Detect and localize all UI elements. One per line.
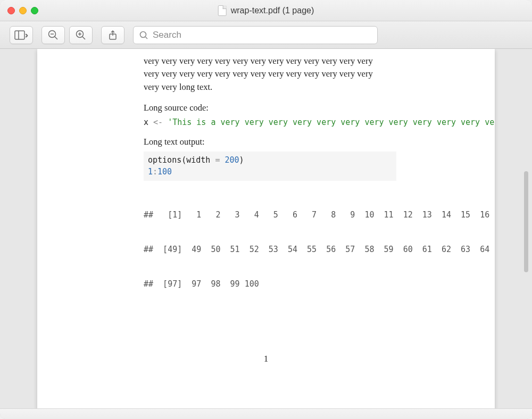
code-operator: : (153, 167, 157, 177)
svg-line-12 (146, 37, 148, 39)
code-var: x (144, 118, 153, 127)
output-row: ## [49] 49 50 51 52 53 54 55 56 57 58 59… (144, 244, 495, 256)
zoom-in-icon (75, 29, 87, 41)
pdf-page: very very very very very very very very … (37, 49, 495, 408)
svg-line-6 (82, 37, 85, 39)
window-titlebar: wrap-text.pdf (1 page) (0, 0, 532, 21)
console-output: ## [1] 1 2 3 4 5 6 7 8 9 10 11 12 13 14 … (144, 186, 495, 313)
toolbar (0, 21, 532, 49)
zoom-in-button[interactable] (69, 26, 93, 44)
share-icon (107, 29, 119, 41)
minimize-window-button[interactable] (19, 7, 27, 14)
body-text: very very long text. (144, 81, 495, 93)
output-row: ## [97] 97 98 99 100 (144, 279, 495, 290)
body-text: very very very very very very very very … (144, 55, 495, 67)
search-field[interactable] (133, 26, 378, 44)
window-controls (7, 7, 38, 14)
page-number: 1 (264, 354, 268, 364)
body-text: very very very very very very very very … (144, 68, 495, 80)
code-line: options(width = 200) (148, 155, 392, 166)
code-number: 100 (157, 167, 172, 177)
window-title: wrap-text.pdf (1 page) (218, 5, 314, 16)
maximize-window-button[interactable] (31, 7, 38, 14)
scrollbar-thumb[interactable] (524, 171, 528, 272)
code-operator: <- (153, 118, 163, 127)
svg-line-3 (55, 37, 57, 39)
scrollbar[interactable] (522, 49, 530, 408)
window-title-text: wrap-text.pdf (1 page) (231, 6, 314, 15)
document-icon (218, 5, 227, 16)
window-footer (0, 408, 532, 419)
code-block: options(width = 200) 1:100 (144, 152, 396, 181)
code-text: (width (181, 155, 215, 165)
code-number: 200 (220, 155, 239, 165)
output-row: ## [1] 1 2 3 4 5 6 7 8 9 10 11 12 13 14 … (144, 210, 495, 221)
sidebar-icon (14, 30, 28, 40)
code-string: 'This is a very very very very very very… (163, 118, 495, 127)
code-number: 1 (148, 167, 153, 177)
zoom-group (41, 26, 93, 44)
code-text: ) (239, 155, 244, 165)
sidebar-toggle-button[interactable] (10, 26, 33, 44)
search-icon (139, 30, 148, 40)
code-source-line: x <- 'This is a very very very very very… (144, 118, 495, 127)
code-line: 1:100 (148, 166, 392, 178)
search-input[interactable] (153, 30, 372, 40)
zoom-out-icon (47, 29, 59, 41)
svg-rect-0 (15, 31, 24, 39)
code-fn: options (148, 155, 181, 165)
close-window-button[interactable] (7, 7, 15, 14)
document-viewport[interactable]: very very very very very very very very … (0, 49, 532, 408)
zoom-out-button[interactable] (41, 26, 65, 44)
svg-point-11 (140, 31, 146, 37)
share-button[interactable] (101, 26, 124, 44)
section-heading-output: Long text output: (144, 137, 495, 147)
section-heading-source: Long source code: (144, 103, 495, 113)
